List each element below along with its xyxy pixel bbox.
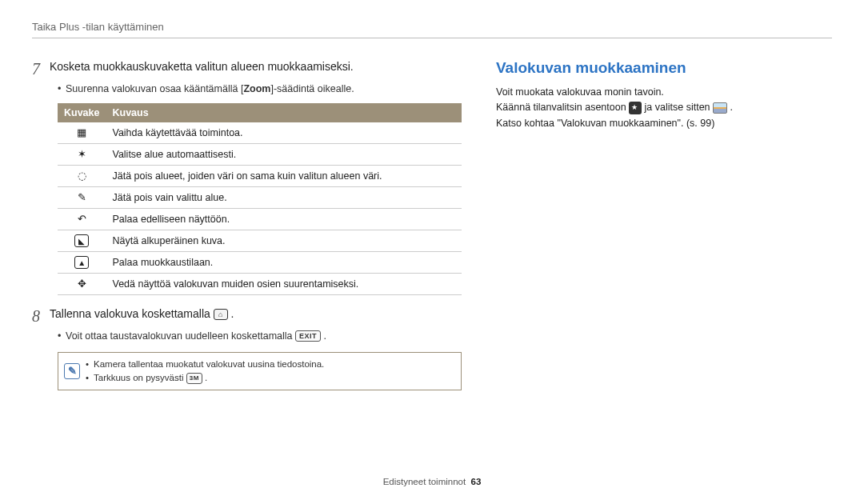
dotted-circle-icon: ◌ xyxy=(74,170,89,182)
breadcrumb: Taika Plus -tilan käyttäminen xyxy=(32,21,832,33)
table-cell-desc: Vedä näyttöä valokuvan muiden osien suur… xyxy=(106,273,462,294)
table-row: ✶ Valitse alue automaattisesti. xyxy=(58,143,462,165)
wand-icon: ✶ xyxy=(74,148,89,161)
bullet-item: • Suurenna valokuvan osaa kääntämällä [Z… xyxy=(58,82,464,97)
footer-section: Edistyneet toiminnot xyxy=(383,477,466,486)
note-line: •Tarkkuus on pysyvästi 3M . xyxy=(86,371,324,385)
step-number: 7 xyxy=(32,59,50,78)
right-column: Valokuvan muokkaaminen Voit muokata valo… xyxy=(496,59,832,390)
step-number: 8 xyxy=(32,306,50,326)
divider xyxy=(32,38,832,38)
resolution-chip: 3M xyxy=(186,373,202,384)
step-7: 7 Kosketa muokkauskuvaketta valitun alue… xyxy=(32,59,464,78)
bullet-dot: • xyxy=(58,329,66,344)
info-icon: ✎ xyxy=(64,363,80,379)
table-row: ◣ Näytä alkuperäinen kuva. xyxy=(58,230,462,251)
table-row: ✥ Vedä näyttöä valokuvan muiden osien su… xyxy=(58,273,462,294)
table-row: ◌ Jätä pois alueet, joiden väri on sama … xyxy=(58,165,462,186)
step-text: Kosketa muokkauskuvaketta valitun alueen… xyxy=(50,59,354,78)
content-columns: 7 Kosketa muokkauskuvaketta valitun alue… xyxy=(32,59,832,390)
table-cell-desc: Vaihda käytettävää toimintoa. xyxy=(106,122,462,143)
paragraph: Voit muokata valokuvaa monin tavoin. xyxy=(496,85,832,100)
step-text: Tallenna valokuva koskettamalla ⌂ . xyxy=(50,306,234,326)
move-arrows-icon: ✥ xyxy=(74,278,89,290)
mode-dial-icon xyxy=(629,102,642,114)
table-cell-desc: Näytä alkuperäinen kuva. xyxy=(106,230,462,251)
bullet-text: Suurenna valokuvan osaa kääntämällä [Zoo… xyxy=(66,82,354,97)
table-head-icon: Kuvake xyxy=(58,103,106,122)
eraser-icon: ✎ xyxy=(74,191,89,204)
table-row: ▲ Palaa muokkaustilaan. xyxy=(58,251,462,273)
icon-description-table: Kuvake Kuvaus ▦ Vaihda käytettävää toimi… xyxy=(58,103,462,295)
exit-chip: EXIT xyxy=(295,330,321,342)
table-cell-desc: Jätä pois vain valittu alue. xyxy=(106,186,462,208)
note-body: •Kamera tallentaa muokatut valokuvat uus… xyxy=(86,353,330,390)
table-row: ✎ Jätä pois vain valittu alue. xyxy=(58,186,462,208)
paragraph: Katso kohtaa "Valokuvan muokkaaminen". (… xyxy=(496,116,832,131)
save-icon: ⌂ xyxy=(214,309,228,320)
step-8-bullets: • Voit ottaa taustavalokuvan uudelleen k… xyxy=(58,329,464,344)
left-column: 7 Kosketa muokkauskuvaketta valitun alue… xyxy=(32,59,464,390)
table-cell-desc: Palaa edelliseen näyttöön. xyxy=(106,208,462,230)
step-7-bullets: • Suurenna valokuvan osaa kääntämällä [Z… xyxy=(58,82,464,97)
section-title: Valokuvan muokkaaminen xyxy=(496,59,832,77)
bullet-item: • Voit ottaa taustavalokuvan uudelleen k… xyxy=(58,329,464,344)
table-row: ↶ Palaa edelliseen näyttöön. xyxy=(58,208,462,230)
note-box: ✎ •Kamera tallentaa muokatut valokuvat u… xyxy=(58,352,462,391)
table-cell-desc: Valitse alue automaattisesti. xyxy=(106,143,462,165)
page-footer: Edistyneet toiminnot 63 xyxy=(0,477,864,486)
bullet-text: Voit ottaa taustavalokuvan uudelleen kos… xyxy=(66,329,326,344)
step-8: 8 Tallenna valokuva koskettamalla ⌂ . xyxy=(32,306,464,326)
table-cell-desc: Jätä pois alueet, joiden väri on sama ku… xyxy=(106,165,462,186)
image-icon: ▲ xyxy=(74,256,89,269)
original-image-icon: ◣ xyxy=(74,234,89,247)
page-root: Taika Plus -tilan käyttäminen 7 Kosketa … xyxy=(0,0,864,504)
bullet-dot: • xyxy=(58,82,66,97)
table-cell-desc: Palaa muokkaustilaan. xyxy=(106,251,462,273)
undo-icon: ↶ xyxy=(74,213,89,226)
function-icon: ▦ xyxy=(74,126,89,139)
edit-photo-icon xyxy=(713,102,727,114)
note-icon-cell: ✎ xyxy=(58,353,86,390)
table-head-desc: Kuvaus xyxy=(106,103,462,122)
page-number: 63 xyxy=(471,477,482,486)
note-line: •Kamera tallentaa muokatut valokuvat uus… xyxy=(86,358,324,371)
table-row: ▦ Vaihda käytettävää toimintoa. xyxy=(58,122,462,143)
paragraph: Käännä tilanvalitsin asentoon ja valitse… xyxy=(496,100,832,115)
